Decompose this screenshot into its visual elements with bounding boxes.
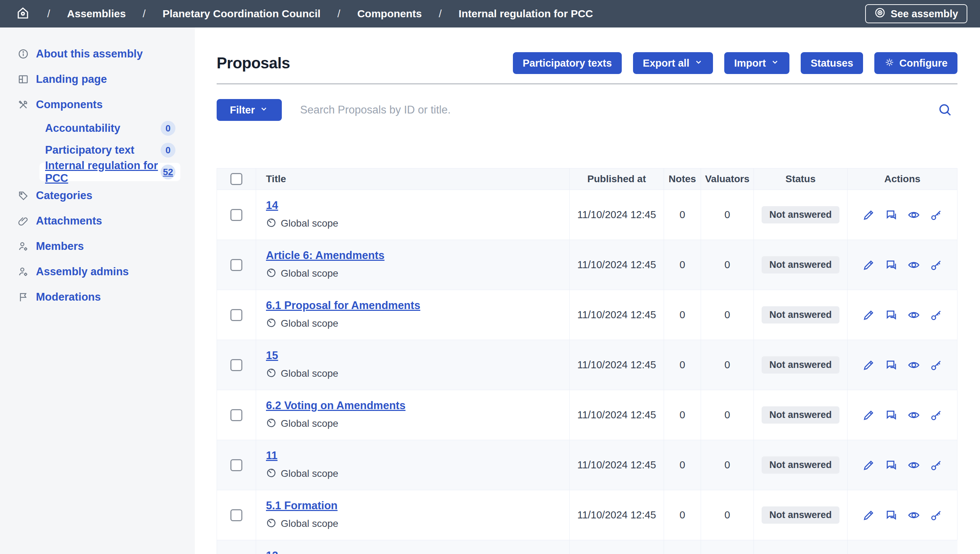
proposal-scope: Global scope: [266, 267, 562, 279]
edit-button[interactable]: [862, 408, 875, 422]
breadcrumb-item[interactable]: Assemblies: [67, 8, 126, 20]
notes-count: 0: [664, 440, 701, 490]
answer-button[interactable]: [885, 358, 898, 372]
gear-icon: [884, 58, 895, 68]
published-at: [570, 540, 664, 554]
top-navbar: /Assemblies/Planetary Coordination Counc…: [0, 0, 980, 27]
statuses-button[interactable]: Statuses: [801, 52, 863, 74]
proposal-scope: Global scope: [266, 368, 562, 380]
answer-button[interactable]: [885, 509, 898, 522]
sidebar-item-about-this-assembly[interactable]: About this assembly: [0, 43, 195, 65]
notes-count: [664, 540, 701, 554]
configure-button[interactable]: Configure: [874, 52, 958, 74]
global-scope-icon: [266, 368, 277, 380]
edit-button[interactable]: [862, 358, 875, 372]
see-assembly-button[interactable]: See assembly: [865, 4, 967, 23]
row-checkbox[interactable]: [231, 259, 242, 271]
answer-button[interactable]: [885, 408, 898, 422]
row-checkbox[interactable]: [231, 209, 242, 221]
proposal-title-link[interactable]: 6.1 Proposal for Amendments: [266, 299, 420, 312]
search-icon[interactable]: [937, 102, 953, 118]
export-all-button[interactable]: Export all: [633, 52, 713, 74]
edit-button[interactable]: [862, 208, 875, 222]
eye-icon[interactable]: [907, 208, 921, 222]
proposal-title-link[interactable]: 14: [266, 199, 278, 212]
column-notes: Notes: [664, 169, 701, 189]
row-checkbox[interactable]: [231, 459, 242, 471]
notes-count: 0: [664, 190, 701, 240]
header-divider: [216, 84, 958, 84]
status-badge: Not answered: [762, 506, 840, 524]
breadcrumb-item[interactable]: Internal regulation for PCC: [459, 8, 593, 20]
proposal-title-link[interactable]: 5.1 Formation: [266, 499, 337, 512]
filter-button[interactable]: Filter: [216, 99, 282, 121]
count-badge: 0: [161, 143, 175, 158]
breadcrumb: /Assemblies/Planetary Coordination Counc…: [16, 6, 593, 22]
proposal-title-link[interactable]: 15: [266, 349, 278, 362]
eye-icon[interactable]: [907, 408, 921, 422]
permissions-key-button[interactable]: [930, 458, 943, 472]
import-button[interactable]: Import: [724, 52, 789, 74]
global-scope-icon: [266, 318, 277, 330]
permissions-key-button[interactable]: [930, 208, 943, 222]
answer-button[interactable]: [885, 308, 898, 322]
proposal-title-link[interactable]: 6.2 Voting on Amendments: [266, 399, 406, 412]
permissions-key-button[interactable]: [930, 308, 943, 322]
breadcrumb-item[interactable]: Planetary Coordination Council: [162, 8, 320, 20]
answer-button[interactable]: [885, 208, 898, 222]
sidebar-item-accountability[interactable]: Accountability 0: [40, 119, 180, 137]
proposal-scope: Global scope: [266, 418, 562, 430]
valuators-count: 0: [701, 390, 754, 440]
participatory-texts-button[interactable]: Participatory texts: [513, 52, 622, 74]
search-input[interactable]: [300, 103, 919, 116]
proposal-title-link[interactable]: 11: [266, 449, 278, 462]
eye-icon[interactable]: [907, 509, 921, 522]
sidebar-item-landing-page[interactable]: Landing page: [0, 68, 195, 90]
eye-icon[interactable]: [907, 258, 921, 272]
sidebar-item-moderations[interactable]: Moderations: [0, 286, 195, 308]
status-badge: Not answered: [762, 256, 840, 274]
published-at: 11/10/2024 12:45: [570, 190, 664, 240]
edit-button[interactable]: [862, 258, 875, 272]
row-checkbox[interactable]: [231, 509, 242, 521]
sidebar-item-components[interactable]: Components: [0, 94, 195, 116]
toolbar: Participatory texts Export all Import: [513, 52, 958, 74]
published-at: 11/10/2024 12:45: [570, 440, 664, 490]
permissions-key-button[interactable]: [930, 358, 943, 372]
home-button[interactable]: [16, 6, 30, 22]
sidebar-item-participatory-text[interactable]: Participatory text 0: [40, 141, 180, 159]
sidebar: About this assembly Landing page Compone…: [0, 27, 195, 554]
proposal-scope: Global scope: [266, 318, 562, 330]
eye-icon[interactable]: [907, 308, 921, 322]
global-scope-icon: [266, 518, 277, 530]
sidebar-item-members[interactable]: Members: [0, 236, 195, 257]
eye-icon[interactable]: [907, 458, 921, 472]
edit-button[interactable]: [862, 458, 875, 472]
sidebar-item-attachments[interactable]: Attachments: [0, 210, 195, 232]
proposal-title-link[interactable]: 12: [266, 549, 278, 554]
sidebar-item-internal-regulation-for-pcc[interactable]: Internal regulation for PCC 52: [40, 163, 180, 181]
sidebar-item-categories[interactable]: Categories: [0, 185, 195, 207]
row-checkbox[interactable]: [231, 309, 242, 321]
published-at: 11/10/2024 12:45: [570, 490, 664, 540]
answer-button[interactable]: [885, 258, 898, 272]
permissions-key-button[interactable]: [930, 258, 943, 272]
row-checkbox[interactable]: [231, 409, 242, 421]
sidebar-item-assembly-admins[interactable]: Assembly admins: [0, 261, 195, 283]
valuators-count: 0: [701, 240, 754, 290]
row-checkbox[interactable]: [231, 359, 242, 371]
table-body: 14 Global scope 11/10/2024 12:45 0 0 Not…: [216, 190, 958, 554]
permissions-key-button[interactable]: [930, 408, 943, 422]
edit-button[interactable]: [862, 509, 875, 522]
user-gear-icon: [18, 241, 29, 252]
select-all-checkbox[interactable]: [231, 173, 242, 185]
breadcrumb-item[interactable]: Components: [357, 8, 422, 20]
edit-button[interactable]: [862, 308, 875, 322]
paperclip-icon: [18, 215, 29, 227]
permissions-key-button[interactable]: [930, 509, 943, 522]
column-title: Title: [256, 169, 570, 189]
proposal-title-link[interactable]: Article 6: Amendments: [266, 249, 385, 262]
answer-button[interactable]: [885, 458, 898, 472]
breadcrumb-separator: /: [439, 8, 442, 20]
eye-icon[interactable]: [907, 358, 921, 372]
